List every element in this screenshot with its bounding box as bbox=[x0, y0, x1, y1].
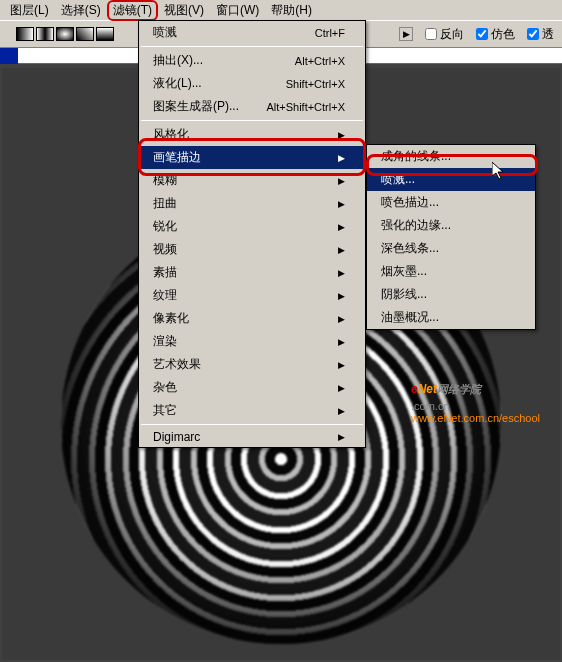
chevron-right-icon: ▶ bbox=[338, 130, 345, 140]
menu-pattern-maker[interactable]: 图案生成器(P)...Alt+Shift+Ctrl+X bbox=[139, 95, 365, 118]
menu-distort[interactable]: 扭曲▶ bbox=[139, 192, 365, 215]
chevron-right-icon: ▶ bbox=[338, 383, 345, 393]
chevron-right-icon: ▶ bbox=[338, 245, 345, 255]
menu-pixelate[interactable]: 像素化▶ bbox=[139, 307, 365, 330]
chevron-right-icon: ▶ bbox=[338, 291, 345, 301]
chevron-right-icon: ▶ bbox=[338, 222, 345, 232]
trans-checkbox[interactable]: 透 bbox=[527, 26, 554, 43]
menu-digimarc[interactable]: Digimarc▶ bbox=[139, 427, 365, 447]
chevron-right-icon: ▶ bbox=[338, 199, 345, 209]
play-icon[interactable]: ▶ bbox=[399, 27, 413, 41]
trans-label: 透 bbox=[542, 26, 554, 43]
filter-dropdown: 喷溅 Ctrl+F 抽出(X)...Alt+Ctrl+X 液化(L)...Shi… bbox=[138, 20, 366, 448]
last-filter-label: 喷溅 bbox=[153, 24, 177, 41]
sub-sumi-e[interactable]: 烟灰墨... bbox=[367, 260, 535, 283]
menu-other[interactable]: 其它▶ bbox=[139, 399, 365, 422]
last-filter-shortcut: Ctrl+F bbox=[315, 27, 345, 39]
gradient-diamond[interactable] bbox=[96, 27, 114, 41]
separator bbox=[141, 424, 363, 425]
gradient-presets bbox=[16, 27, 114, 41]
menu-render[interactable]: 渲染▶ bbox=[139, 330, 365, 353]
menu-help[interactable]: 帮助(H) bbox=[265, 0, 318, 21]
menu-select[interactable]: 选择(S) bbox=[55, 0, 107, 21]
dither-label: 仿色 bbox=[491, 26, 515, 43]
menu-filter[interactable]: 滤镜(T) bbox=[107, 0, 158, 21]
menu-noise[interactable]: 杂色▶ bbox=[139, 376, 365, 399]
menu-brush-strokes[interactable]: 画笔描边▶ bbox=[139, 146, 365, 169]
menu-stylize[interactable]: 风格化▶ bbox=[139, 123, 365, 146]
menu-blur[interactable]: 模糊▶ bbox=[139, 169, 365, 192]
sub-spatter[interactable]: 喷溅... bbox=[367, 168, 535, 191]
menu-texture[interactable]: 纹理▶ bbox=[139, 284, 365, 307]
menu-layer[interactable]: 图层(L) bbox=[4, 0, 55, 21]
chevron-right-icon: ▶ bbox=[338, 268, 345, 278]
chevron-right-icon: ▶ bbox=[338, 337, 345, 347]
separator bbox=[141, 46, 363, 47]
sub-dark-strokes[interactable]: 深色线条... bbox=[367, 237, 535, 260]
menu-artistic[interactable]: 艺术效果▶ bbox=[139, 353, 365, 376]
sub-crosshatch[interactable]: 阴影线... bbox=[367, 283, 535, 306]
separator bbox=[141, 120, 363, 121]
dither-checkbox[interactable]: 仿色 bbox=[476, 26, 515, 43]
menu-sketch[interactable]: 素描▶ bbox=[139, 261, 365, 284]
gradient-reflected[interactable] bbox=[36, 27, 54, 41]
menu-video[interactable]: 视频▶ bbox=[139, 238, 365, 261]
menubar: 图层(L) 选择(S) 滤镜(T) 视图(V) 窗口(W) 帮助(H) bbox=[0, 0, 562, 20]
chevron-right-icon: ▶ bbox=[338, 360, 345, 370]
gradient-radial[interactable] bbox=[56, 27, 74, 41]
menu-window[interactable]: 窗口(W) bbox=[210, 0, 265, 21]
gradient-linear[interactable] bbox=[16, 27, 34, 41]
menu-extract[interactable]: 抽出(X)...Alt+Ctrl+X bbox=[139, 49, 365, 72]
chevron-right-icon: ▶ bbox=[338, 153, 345, 163]
reverse-label: 反向 bbox=[440, 26, 464, 43]
menu-view[interactable]: 视图(V) bbox=[158, 0, 210, 21]
sub-angled-strokes[interactable]: 成角的线条... bbox=[367, 145, 535, 168]
chevron-right-icon: ▶ bbox=[338, 314, 345, 324]
sub-ink-outlines[interactable]: 油墨概况... bbox=[367, 306, 535, 329]
menu-sharpen[interactable]: 锐化▶ bbox=[139, 215, 365, 238]
menu-last-filter[interactable]: 喷溅 Ctrl+F bbox=[139, 21, 365, 44]
chevron-right-icon: ▶ bbox=[338, 432, 345, 442]
brush-strokes-submenu: 成角的线条... 喷溅... 喷色描边... 强化的边缘... 深色线条... … bbox=[366, 144, 536, 330]
reverse-checkbox[interactable]: 反向 bbox=[425, 26, 464, 43]
sub-accented-edges[interactable]: 强化的边缘... bbox=[367, 214, 535, 237]
menu-liquify[interactable]: 液化(L)...Shift+Ctrl+X bbox=[139, 72, 365, 95]
gradient-angle[interactable] bbox=[76, 27, 94, 41]
chevron-right-icon: ▶ bbox=[338, 406, 345, 416]
sub-sprayed-strokes[interactable]: 喷色描边... bbox=[367, 191, 535, 214]
chevron-right-icon: ▶ bbox=[338, 176, 345, 186]
